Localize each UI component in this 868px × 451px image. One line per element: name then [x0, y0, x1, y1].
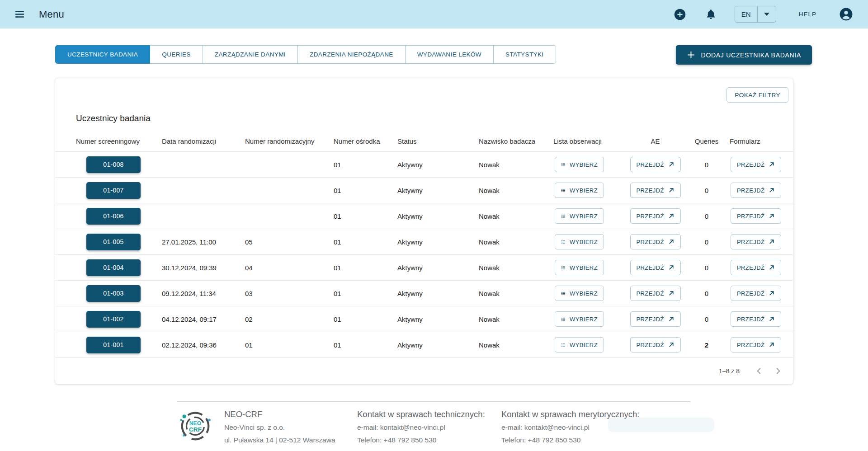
form-go-button[interactable]: PRZEJDŹ	[731, 234, 781, 249]
table-row: 01-006 01 Aktywny Nowak WYBIERZ PRZEJDŹ …	[55, 203, 793, 229]
redaction-smudge	[608, 418, 714, 432]
screening-chip[interactable]: 01-001	[86, 337, 141, 353]
screening-chip[interactable]: 01-006	[86, 208, 141, 225]
language-dropdown-button[interactable]	[758, 6, 776, 22]
ae-go-button[interactable]: PRZEJDŹ	[630, 234, 681, 249]
screening-chip[interactable]: 01-008	[86, 156, 141, 173]
arrow-up-right-icon	[668, 213, 675, 219]
footer-tech-title: Kontakt w sprawach technicznych:	[357, 408, 501, 421]
site-cell: 01	[334, 264, 397, 272]
rand-date-cell: 02.12.2024, 09:36	[162, 341, 245, 349]
form-go-button[interactable]: PRZEJDŹ	[731, 311, 781, 327]
arrow-up-right-icon	[769, 342, 775, 348]
tab-zdarzenia-niepozadane[interactable]: ZDARZENIA NIEPOŻĄDANE	[298, 45, 406, 64]
footer-address: ul. Puławska 14 | 02-512 Warszawa	[224, 434, 357, 446]
table-row: 01-007 01 Aktywny Nowak WYBIERZ PRZEJDŹ …	[55, 178, 793, 203]
col-header-rand-date: Data randomizacji	[162, 137, 245, 145]
form-go-button[interactable]: PRZEJDŹ	[731, 260, 781, 275]
site-cell: 01	[334, 187, 397, 194]
tab-statystyki[interactable]: STATYSTYKI	[494, 45, 556, 64]
observations-select-button[interactable]: WYBIERZ	[555, 208, 604, 224]
observations-select-button[interactable]: WYBIERZ	[555, 260, 604, 275]
rand-no-cell: 05	[245, 238, 334, 246]
ae-go-button[interactable]: PRZEJDŹ	[630, 286, 681, 301]
add-circle-icon[interactable]	[674, 8, 686, 21]
status-cell: Aktywny	[397, 238, 479, 246]
screening-chip[interactable]: 01-002	[86, 311, 141, 328]
footer-tech-phone: Telefon: +48 792 850 530	[357, 434, 501, 446]
investigator-cell: Nowak	[479, 187, 553, 194]
investigator-cell: Nowak	[479, 341, 553, 349]
add-participant-button[interactable]: DODAJ UCZESTNIKA BADANIA	[676, 45, 812, 65]
avatar[interactable]	[839, 7, 853, 21]
table-row: 01-002 04.12.2024, 09:17 02 01 Aktywny N…	[55, 306, 793, 332]
ae-go-button[interactable]: PRZEJDŹ	[630, 260, 681, 275]
tab-uczestnicy-badania[interactable]: UCZESTNICY BADANIA	[55, 45, 150, 64]
list-icon	[561, 212, 566, 220]
tab-zarzadzanie-danymi[interactable]: ZARZĄDZANIE DANYMI	[203, 45, 298, 64]
rand-date-cell: 30.12.2024, 09:39	[162, 264, 245, 272]
form-go-button[interactable]: PRZEJDŹ	[731, 286, 781, 301]
table-row: 01-008 01 Aktywny Nowak WYBIERZ PRZEJDŹ …	[55, 152, 793, 178]
observations-select-button[interactable]: WYBIERZ	[555, 311, 604, 327]
form-go-button[interactable]: PRZEJDŹ	[731, 337, 781, 352]
tab-wydawanie-lekow[interactable]: WYDAWANIE LEKÓW	[406, 45, 494, 64]
menu-icon[interactable]	[12, 7, 27, 22]
footer: NEO CRF NEO-CRF Neo-Vinci sp. z o.o. ul.…	[0, 401, 868, 446]
topbar: Menu EN HELP	[0, 0, 868, 28]
investigator-cell: Nowak	[479, 290, 553, 297]
form-go-button[interactable]: PRZEJDŹ	[731, 208, 781, 224]
investigator-cell: Nowak	[479, 315, 553, 323]
table-row: 01-005 27.01.2025, 11:00 05 01 Aktywny N…	[55, 229, 793, 255]
pagination-next-button[interactable]	[769, 362, 788, 381]
form-go-button[interactable]: PRZEJDŹ	[731, 157, 781, 172]
list-icon	[561, 315, 566, 323]
arrow-up-right-icon	[769, 290, 775, 296]
notifications-bell-icon[interactable]	[705, 9, 717, 20]
observations-select-button[interactable]: WYBIERZ	[555, 337, 604, 352]
screening-chip[interactable]: 01-004	[86, 259, 141, 276]
status-cell: Aktywny	[397, 290, 479, 297]
observations-select-button[interactable]: WYBIERZ	[555, 157, 604, 172]
pagination-range: 1–8 z 8	[719, 367, 740, 375]
form-go-button[interactable]: PRZEJDŹ	[731, 183, 781, 198]
help-button[interactable]: HELP	[796, 10, 819, 18]
neo-crf-logo: NEO CRF	[178, 408, 212, 442]
chevron-down-icon	[764, 13, 769, 16]
ae-go-button[interactable]: PRZEJDŹ	[630, 183, 681, 198]
language-current[interactable]: EN	[735, 6, 758, 22]
show-filters-button[interactable]: POKAŻ FILTRY	[726, 87, 788, 103]
svg-text:CRF: CRF	[189, 426, 202, 433]
investigator-cell: Nowak	[479, 161, 553, 169]
arrow-up-right-icon	[769, 264, 775, 271]
rand-no-cell: 01	[245, 341, 334, 349]
tab-queries[interactable]: QUERIES	[150, 45, 203, 64]
col-header-observations: Lista obserwacji	[553, 137, 627, 145]
arrow-up-right-icon	[668, 161, 675, 168]
status-cell: Aktywny	[397, 341, 479, 349]
observations-select-button[interactable]: WYBIERZ	[555, 234, 604, 249]
col-header-rand-no: Numer randomizacyjny	[245, 137, 334, 145]
ae-go-button[interactable]: PRZEJDŹ	[630, 208, 681, 224]
footer-divider	[177, 401, 690, 402]
investigator-cell: Nowak	[479, 238, 553, 246]
queries-cell: 0	[684, 161, 730, 169]
footer-brand-column: NEO-CRF Neo-Vinci sp. z o.o. ul. Puławsk…	[224, 408, 357, 446]
observations-select-button[interactable]: WYBIERZ	[555, 286, 604, 301]
status-cell: Aktywny	[397, 187, 479, 194]
arrow-up-right-icon	[668, 187, 675, 193]
arrow-up-right-icon	[668, 316, 675, 322]
queries-cell: 2	[684, 341, 730, 349]
screening-chip[interactable]: 01-005	[86, 234, 141, 250]
ae-go-button[interactable]: PRZEJDŹ	[630, 311, 681, 327]
ae-go-button[interactable]: PRZEJDŹ	[630, 337, 681, 352]
pagination: 1–8 z 8	[55, 358, 793, 384]
screening-chip[interactable]: 01-003	[86, 285, 141, 302]
screening-chip[interactable]: 01-007	[86, 182, 141, 199]
ae-go-button[interactable]: PRZEJDŹ	[630, 157, 681, 172]
arrow-up-right-icon	[769, 187, 775, 193]
table-header-row: Numer screeningowy Data randomizacji Num…	[55, 131, 793, 152]
observations-select-button[interactable]: WYBIERZ	[555, 183, 604, 198]
pagination-prev-button[interactable]	[750, 362, 769, 381]
rand-no-cell: 03	[245, 290, 334, 297]
